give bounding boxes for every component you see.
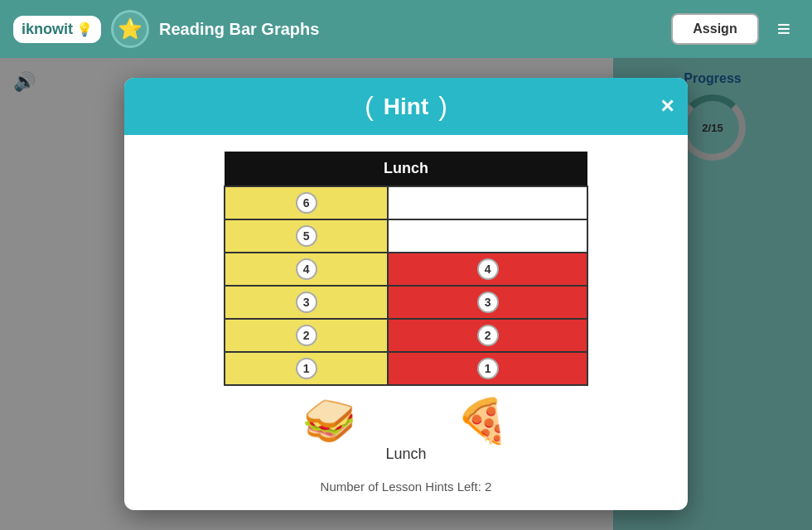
modal-overlay: ( Hint ) ✕ Lunch 6 (0, 58, 812, 530)
row-bar-6 (388, 186, 587, 219)
lightbulb-icon: 💡 (76, 22, 93, 37)
row-bar-2: 2 (388, 319, 587, 352)
num-4: 4 (296, 258, 317, 280)
star-icon: ⭐ (118, 17, 143, 41)
logo-text: iknowit (22, 21, 73, 38)
row-num-2: 2 (225, 319, 388, 352)
table-row: 2 2 (225, 319, 587, 352)
table-row: 5 (225, 219, 587, 253)
num-5: 5 (296, 225, 317, 247)
logo: iknowit 💡 (13, 16, 101, 43)
num-2: 2 (296, 325, 317, 346)
bar-num-1: 1 (477, 358, 499, 379)
row-num-4: 4 (225, 253, 388, 286)
page-title: Reading Bar Graphs (159, 20, 661, 39)
row-bar-4: 4 (388, 253, 587, 286)
menu-button[interactable]: ≡ (769, 12, 799, 46)
row-num-3: 3 (225, 286, 388, 319)
hint-close-button[interactable]: ✕ (660, 96, 674, 118)
bar-num-2: 2 (477, 325, 499, 346)
left-bracket-icon: ( (365, 91, 374, 122)
hint-title-wrapper: ( Hint ) (365, 91, 447, 122)
row-num-5: 5 (225, 219, 388, 253)
row-num-6: 6 (225, 186, 388, 219)
star-badge: ⭐ (111, 10, 149, 48)
pizza-icon: 🍕 (456, 399, 510, 442)
bar-num-4: 4 (477, 258, 499, 280)
row-num-1: 1 (225, 352, 388, 385)
chart-label: Lunch (385, 446, 426, 463)
row-bar-5 (388, 219, 587, 253)
num-3: 3 (296, 292, 317, 313)
chart-title: Lunch (225, 152, 587, 186)
table-row: 4 4 (225, 253, 587, 286)
table-row: 6 (225, 186, 587, 219)
num-1: 1 (296, 358, 317, 379)
app-header: iknowit 💡 ⭐ Reading Bar Graphs Assign ≡ (0, 0, 812, 58)
bar-num-3: 3 (477, 292, 499, 313)
hint-title: Hint (374, 94, 438, 120)
table-row: 1 1 (225, 352, 587, 385)
hint-body: Lunch 6 5 (124, 135, 688, 510)
bar-chart-table: Lunch 6 5 (224, 152, 588, 386)
row-bar-3: 3 (388, 286, 587, 319)
main-area: 🔊 Lunch Progress 2/15 (0, 58, 812, 530)
right-bracket-icon: ) (438, 91, 447, 122)
num-6: 6 (296, 192, 317, 214)
hint-modal: ( Hint ) ✕ Lunch 6 (124, 78, 688, 510)
hint-header: ( Hint ) ✕ (124, 78, 688, 135)
food-icons-row: 🥪 🍕 (302, 399, 510, 442)
hints-left: Number of Lesson Hints Left: 2 (321, 479, 492, 494)
row-bar-1: 1 (388, 352, 587, 385)
assign-button[interactable]: Assign (671, 13, 758, 45)
sandwich-icon: 🥪 (302, 399, 356, 442)
table-row: 3 3 (225, 286, 587, 319)
